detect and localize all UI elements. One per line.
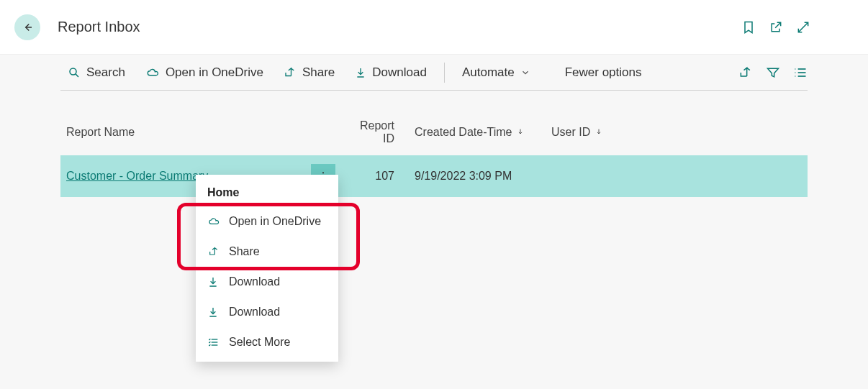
share-icon <box>207 246 220 257</box>
open-onedrive-label: Open in OneDrive <box>166 65 263 80</box>
svg-line-2 <box>76 73 78 76</box>
menu-item-label: Open in OneDrive <box>229 215 321 228</box>
select-more-icon <box>207 337 220 348</box>
table-row[interactable]: Customer - Order Summary 107 9/19/2022 3… <box>60 155 808 197</box>
context-menu-header: Home <box>196 179 338 206</box>
menu-item-share[interactable]: Share <box>196 237 338 267</box>
share-label: Share <box>302 65 335 80</box>
toolbar-wrap: Search Open in OneDrive Share Download A… <box>0 55 868 91</box>
page-title: Report Inbox <box>58 19 741 35</box>
col-header-name-label: Report Name <box>66 126 135 138</box>
table-header-row: Report Name Report ID Created Date-Time … <box>60 112 808 155</box>
app-header: Report Inbox <box>0 0 868 55</box>
share-icon <box>284 66 297 79</box>
search-label: Search <box>86 65 125 80</box>
svg-point-1 <box>70 68 76 75</box>
col-header-user[interactable]: User ID <box>546 112 808 155</box>
menu-item-download[interactable]: Download <box>196 267 338 297</box>
report-name-link[interactable]: Customer - Order Summary <box>66 170 208 182</box>
menu-item-label: Share <box>229 245 260 258</box>
search-button[interactable]: Search <box>60 61 132 84</box>
expand-icon <box>796 20 810 35</box>
svg-point-9 <box>322 172 324 173</box>
download-button[interactable]: Download <box>348 61 434 84</box>
chevron-down-icon <box>520 68 530 78</box>
expand-button[interactable] <box>796 20 810 35</box>
bookmark-button[interactable] <box>741 20 756 35</box>
automate-label: Automate <box>462 65 515 80</box>
menu-item-label: Download <box>229 306 280 319</box>
filter-icon <box>766 65 780 80</box>
download-label: Download <box>372 65 427 80</box>
col-header-id-label: Report ID <box>360 119 394 145</box>
menu-item-select-more[interactable]: Select More <box>196 327 338 357</box>
report-user-cell <box>546 155 808 197</box>
col-header-created[interactable]: Created Date-Time <box>409 112 546 155</box>
toolbar-right <box>738 65 808 80</box>
arrow-left-icon <box>21 21 34 34</box>
report-date-cell: 9/19/2022 3:09 PM <box>409 155 546 197</box>
download-icon <box>355 66 366 79</box>
menu-item-label: Download <box>229 275 280 288</box>
popout-icon <box>769 20 783 35</box>
menu-item-open-onedrive[interactable]: Open in OneDrive <box>196 206 338 237</box>
cloud-icon <box>145 66 160 79</box>
report-id-cell: 107 <box>341 155 409 197</box>
filter-button[interactable] <box>766 65 780 80</box>
col-header-created-label: Created Date-Time <box>415 126 512 138</box>
share-arrow-icon <box>738 65 753 80</box>
content-area: Report Name Report ID Created Date-Time … <box>0 91 868 197</box>
fewer-options-button[interactable]: Fewer options <box>558 61 649 84</box>
header-actions <box>741 20 810 35</box>
col-header-id[interactable]: Report ID <box>341 112 409 155</box>
download-icon <box>207 276 220 288</box>
back-button[interactable] <box>14 14 40 40</box>
bookmark-icon <box>741 20 756 35</box>
popout-button[interactable] <box>769 20 783 35</box>
report-table: Report Name Report ID Created Date-Time … <box>60 112 808 197</box>
list-icon <box>793 65 808 80</box>
share-action-button[interactable] <box>738 65 753 80</box>
open-onedrive-button[interactable]: Open in OneDrive <box>138 61 271 84</box>
download-icon <box>207 306 220 318</box>
share-button[interactable]: Share <box>276 61 342 84</box>
col-header-user-label: User ID <box>551 126 590 138</box>
toolbar-divider <box>444 63 445 83</box>
fewer-options-label: Fewer options <box>565 65 642 80</box>
automate-button[interactable]: Automate <box>455 61 538 84</box>
context-menu: Home Open in OneDrive Share Download Dow… <box>196 175 338 362</box>
search-icon <box>68 66 81 79</box>
menu-item-download-2[interactable]: Download <box>196 297 338 327</box>
menu-item-label: Select More <box>229 336 290 349</box>
list-view-button[interactable] <box>793 65 808 80</box>
cloud-icon <box>207 216 220 227</box>
arrow-down-icon <box>517 127 524 136</box>
command-bar: Search Open in OneDrive Share Download A… <box>60 55 808 91</box>
arrow-down-icon <box>595 127 602 136</box>
col-header-name[interactable]: Report Name <box>60 112 341 155</box>
